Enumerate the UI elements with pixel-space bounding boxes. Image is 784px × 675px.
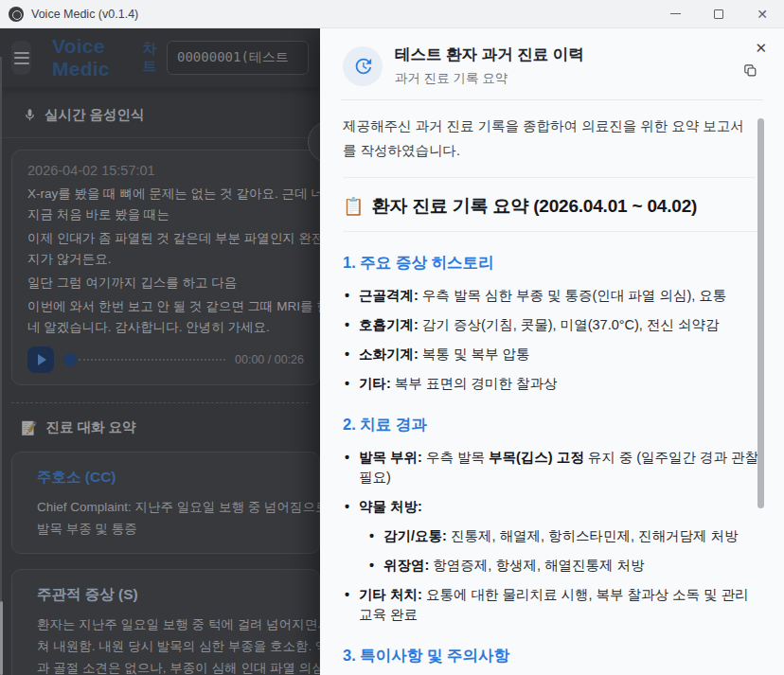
report-title: 환자 진료 기록 요약 (2026.04.01 ~ 04.02) <box>371 194 697 219</box>
maximize-icon <box>714 9 723 19</box>
list-item: 소화기계: 복통 및 복부 압통 <box>343 345 759 364</box>
subjective-symptoms-card: 주관적 증상 (S) 환자는 지난주 일요일 보행 중 턱에 걸려 넘어지면서 … <box>11 569 320 675</box>
subjective-line: 과 골절 소견은 없으나, 부종이 심해 인대 파열 의심 하에 우 <box>37 657 302 675</box>
realtime-stt-label: 실시간 음성인식 <box>45 106 145 124</box>
transcript-card: 2026-04-02 15:57:01 X-ray를 봤을 때 뼈에 문제는 없… <box>11 150 320 385</box>
brand-logo: Voice Medic <box>52 35 119 80</box>
realtime-stt-section-header: 실시간 음성인식 <box>23 106 320 124</box>
window-title: Voice Medic (v0.1.4) <box>31 8 138 21</box>
memo-icon: 📝 <box>21 420 37 435</box>
subjective-line: 쳐 내원함. 내원 당시 발목의 심한 부종을 호소함. 엑스레이 <box>37 635 302 657</box>
subjective-line: 환자는 지난주 일요일 보행 중 턱에 걸려 넘어지면서 우측 <box>37 613 302 635</box>
seek-handle[interactable] <box>63 353 77 366</box>
list-item: 기타 처치: 요통에 대한 물리치료 시행, 복부 찰과상 소독 및 관리 교육… <box>343 585 759 625</box>
panel-subtitle: 과거 진료 기록 요약 <box>395 70 584 87</box>
dashed-divider <box>11 402 309 403</box>
maximize-button[interactable] <box>697 0 740 28</box>
minimize-button[interactable] <box>653 0 697 28</box>
transcript-line: 네 알겠습니다. 감사합니다. 안녕히 가세요. <box>27 317 304 338</box>
list-item: 호흡기계: 감기 증상(기침, 콧물), 미열(37.0°C), 전신 쇠약감 <box>343 315 759 335</box>
minimize-icon <box>670 13 681 15</box>
transcript-line: 일단 그럼 여기까지 깁스를 하고 다음 <box>27 273 304 293</box>
chief-complaint-line: Chief Complaint: 지난주 일요일 보행 중 넘어짐으로 인 <box>37 496 302 518</box>
section-title-symptom-history: 1. 주요 증상 히스토리 <box>343 253 759 274</box>
app-window: Voice Medic (v0.1.4) ✕ Voice Medic 차트 00… <box>0 0 784 675</box>
subjective-symptoms-title: 주관적 증상 (S) <box>37 585 302 605</box>
chart-label: 차트 <box>142 40 159 76</box>
list-subitem: 감기/요통: 진통제, 해열제, 항히스타민제, 진해거담제 처방 <box>367 526 759 546</box>
panel-header-text: 테스트 환자 과거 진료 이력 과거 진료 기록 요약 <box>395 44 584 87</box>
chief-complaint-title: 주호소 (CC) <box>37 468 302 488</box>
audio-time-display: 00:00 / 00:26 <box>235 353 304 366</box>
list-item: 기타: 복부 표면의 경미한 찰과상 <box>343 374 759 394</box>
app-header: Voice Medic 차트 00000001(테스트 <box>0 28 320 87</box>
list-item: 근골격계: 우측 발목 심한 부종 및 통증(인대 파열 의심), 요통 <box>343 286 759 306</box>
close-panel-button[interactable]: ✕ <box>755 41 767 55</box>
hamburger-icon <box>14 52 29 54</box>
copy-icon <box>742 62 758 79</box>
transcript-timestamp: 2026-04-02 15:57:01 <box>27 163 304 178</box>
transcript-line: 이번에 와서 한번 보고 안 될 것 같으면 그때 MRI를 한번 찍어보 <box>27 296 304 317</box>
play-button[interactable] <box>27 346 54 373</box>
transcript-line: 지가 않거든요. <box>27 249 304 270</box>
left-scrollbar-thumb[interactable] <box>0 601 3 675</box>
main-app-dimmed: Voice Medic 차트 00000001(테스트 실시간 음성인식 202… <box>0 28 320 675</box>
symptom-history-list: 근골격계: 우측 발목 심한 부종 및 통증(인대 파열 의심), 요통 호흡기… <box>343 286 759 394</box>
list-subitem: 위장염: 항염증제, 항생제, 해열진통제 처방 <box>367 556 759 576</box>
microphone-icon <box>23 108 37 122</box>
menu-button[interactable] <box>11 41 31 75</box>
conversation-summary-label: 진료 대화 요약 <box>45 418 135 436</box>
list-item: 발목 부위: 우측 발목 부목(깁스) 고정 유지 중 (일주일간 경과 관찰 … <box>343 448 759 488</box>
section-title-treatment-progress: 2. 치료 경과 <box>343 415 759 435</box>
conversation-summary-section-header: 📝 진료 대화 요약 <box>21 418 320 436</box>
panel-header: 테스트 환자 과거 진료 이력 과거 진료 기록 요약 ✕ <box>320 28 784 99</box>
transcript-line: X-ray를 봤을 때 뼈에 문제는 없는 것 같아요. 근데 너무 많이 부 <box>27 184 304 204</box>
copy-button[interactable] <box>742 62 758 82</box>
panel-scrollbar-thumb[interactable] <box>757 118 764 508</box>
treatment-progress-list: 발목 부위: 우측 발목 부목(깁스) 고정 유지 중 (일주일간 경과 관찰 … <box>343 448 759 625</box>
audio-player: 00:00 / 00:26 <box>27 346 304 373</box>
list-item: 약물 처방: <box>343 497 759 517</box>
seek-track[interactable] <box>79 359 225 361</box>
section-title-special-notes: 3. 특이사항 및 주의사항 <box>343 646 759 666</box>
history-summary-panel: 테스트 환자 과거 진료 이력 과거 진료 기록 요약 ✕ 제공해주신 과거 진… <box>320 28 784 675</box>
summary-intro: 제공해주신 과거 진료 기록을 종합하여 의료진을 위한 요약 보고서를 작성하… <box>343 114 756 178</box>
app-logo-icon <box>9 7 24 22</box>
transcript-line: 이제 인대가 좀 파열된 것 같은데 부분 파열인지 완전 파열인지 <box>27 228 304 249</box>
panel-content: 제공해주신 과거 진료 기록을 종합하여 의료진을 위한 요약 보고서를 작성하… <box>320 100 784 675</box>
window-left-edge <box>0 57 2 675</box>
report-title-row: 📋 환자 진료 기록 요약 (2026.04.01 ~ 04.02) <box>343 178 759 232</box>
title-bar: Voice Medic (v0.1.4) ✕ <box>0 0 784 28</box>
chief-complaint-card: 주호소 (CC) Chief Complaint: 지난주 일요일 보행 중 넘… <box>11 452 320 554</box>
chart-number-input[interactable]: 00000001(테스트 <box>167 41 309 75</box>
play-icon <box>38 354 46 365</box>
transcript-line: 지금 처음 바로 봤을 때는 <box>27 204 304 225</box>
window-controls: ✕ <box>653 0 784 27</box>
close-window-button[interactable]: ✕ <box>740 0 784 28</box>
history-clock-icon <box>343 46 383 86</box>
chief-complaint-line: 발목 부종 및 통증 <box>37 518 302 540</box>
section-divider <box>0 137 320 138</box>
panel-title: 테스트 환자 과거 진료 이력 <box>395 44 584 65</box>
clipboard-icon: 📋 <box>343 196 364 217</box>
